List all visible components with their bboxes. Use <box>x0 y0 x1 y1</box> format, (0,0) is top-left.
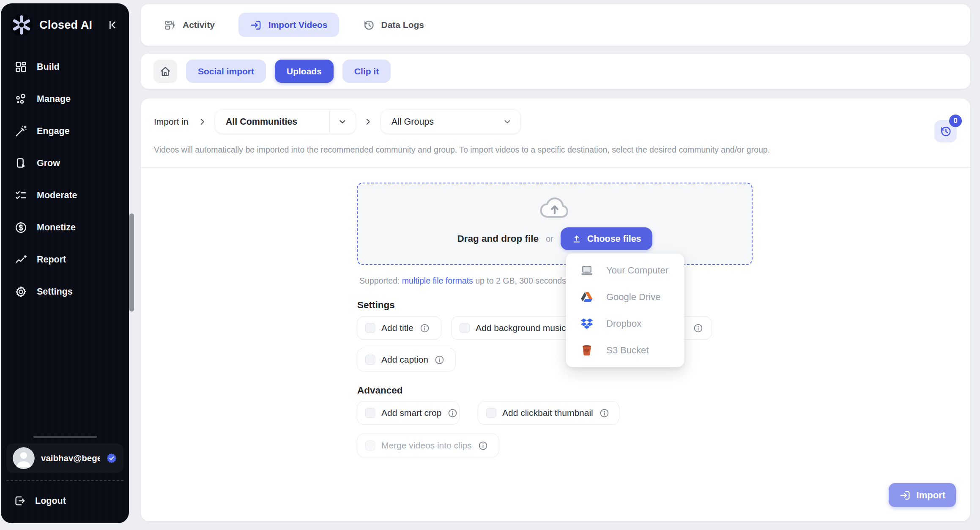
checkbox[interactable] <box>365 408 375 418</box>
tab-data-logs[interactable]: Data Logs <box>363 19 424 31</box>
laptop-icon <box>580 264 594 277</box>
option-label: Add title <box>381 323 413 333</box>
import-destination-bar: Import in All Communities All Groups <box>154 109 521 134</box>
checkbox[interactable] <box>460 323 470 333</box>
home-icon <box>159 65 172 78</box>
menu-item-label: Your Computer <box>606 265 668 276</box>
group-select[interactable]: All Groups <box>381 109 521 134</box>
activity-icon <box>164 19 176 31</box>
supported-prefix: Supported: <box>359 276 400 285</box>
sidebar-item-report[interactable]: Report <box>1 243 129 276</box>
sidebar-item-build[interactable]: Build <box>1 51 129 83</box>
file-dropzone[interactable]: Drag and drop file or Choose files <box>357 183 753 265</box>
info-icon[interactable] <box>447 408 458 418</box>
sidebar-collapse-icon[interactable] <box>106 19 119 31</box>
cloud-upload-icon <box>538 195 572 220</box>
chevron-down-icon <box>494 110 520 134</box>
import-history-button[interactable]: 0 <box>934 120 957 142</box>
choose-files-button[interactable]: Choose files <box>561 227 652 250</box>
scrollbar-thumb[interactable] <box>129 213 134 311</box>
sidebar-header: Closed AI <box>1 3 129 36</box>
info-icon[interactable] <box>599 408 610 418</box>
chevron-right-icon <box>363 117 372 126</box>
user-email: vaibhav@begenu... <box>41 453 100 463</box>
sidebar-nav: Build Manage Engage <box>1 51 129 308</box>
advanced-heading: Advanced <box>357 385 403 396</box>
checkbox[interactable] <box>365 355 375 365</box>
option-add-smart-crop[interactable]: Add smart crop <box>357 401 460 425</box>
option-label: Add clickbait thumbnail <box>502 408 593 418</box>
sidebar-bottom: vaibhav@begenu... Logout <box>1 436 129 521</box>
google-drive-icon <box>580 290 594 304</box>
subtab-social-import[interactable]: Social import <box>186 60 266 83</box>
home-button[interactable] <box>153 60 177 83</box>
option-add-title[interactable]: Add title <box>357 316 441 340</box>
subtab-label: Clip it <box>354 66 379 76</box>
import-button-label: Import <box>917 490 945 501</box>
dropzone-title: Drag and drop file <box>457 233 539 244</box>
info-icon[interactable] <box>478 440 488 451</box>
subtab-clip-it[interactable]: Clip it <box>342 60 391 83</box>
checklist-icon <box>14 189 28 202</box>
option-merge-videos-into-clips[interactable]: Merge videos into clips <box>357 434 499 457</box>
sidebar-item-moderate[interactable]: Moderate <box>1 179 129 211</box>
info-icon[interactable] <box>419 323 430 333</box>
menu-item-your-computer[interactable]: Your Computer <box>566 257 684 284</box>
divider <box>141 167 970 168</box>
menu-item-dropbox[interactable]: Dropbox <box>566 310 684 337</box>
dropzone-row: Drag and drop file or Choose files <box>457 227 652 250</box>
menu-item-s3-bucket[interactable]: S3 Bucket <box>566 337 684 363</box>
import-in-label: Import in <box>154 117 189 127</box>
option-label: Merge videos into clips <box>381 440 472 451</box>
sidebar-item-label: Monetize <box>37 222 76 233</box>
gear-icon <box>14 285 28 299</box>
info-icon[interactable] <box>693 323 704 333</box>
history-icon <box>363 19 375 31</box>
verified-badge-icon <box>106 453 117 464</box>
dollar-circle-icon <box>14 221 28 235</box>
sidebar-item-engage[interactable]: Engage <box>1 115 129 147</box>
sidebar-item-grow[interactable]: Grow <box>1 147 129 179</box>
checkbox[interactable] <box>365 440 375 451</box>
menu-item-google-drive[interactable]: Google Drive <box>566 284 684 310</box>
sidebar-item-manage[interactable]: Manage <box>1 83 129 115</box>
device-play-icon <box>14 156 28 170</box>
history-count-badge: 0 <box>949 115 962 127</box>
import-button[interactable]: Import <box>889 483 956 507</box>
dropzone-or: or <box>546 234 553 244</box>
subtab-uploads[interactable]: Uploads <box>275 60 334 83</box>
menu-item-label: Google Drive <box>606 292 660 303</box>
sidebar-item-label: Build <box>37 62 60 72</box>
choose-files-label: Choose files <box>587 234 641 244</box>
tab-import-videos[interactable]: Import Videos <box>238 13 339 37</box>
subtab-label: Uploads <box>287 66 322 76</box>
file-source-menu: Your Computer Google Drive <box>566 253 684 367</box>
logout-icon <box>14 494 26 507</box>
subnav: Social import Uploads Clip it <box>141 54 970 89</box>
import-icon <box>250 19 262 31</box>
sidebar-item-monetize[interactable]: Monetize <box>1 211 129 243</box>
user-card[interactable]: vaibhav@begenu... <box>6 443 123 473</box>
wand-icon <box>14 124 28 138</box>
option-add-clickbait-thumbnail[interactable]: Add clickbait thumbnail <box>478 401 619 425</box>
history-icon <box>939 125 952 138</box>
menu-item-label: S3 Bucket <box>606 345 649 356</box>
sidebar-item-label: Moderate <box>37 190 77 201</box>
logout-button[interactable]: Logout <box>6 481 123 521</box>
chevron-right-icon <box>197 117 207 126</box>
sidebar: Closed AI Build <box>1 3 129 523</box>
info-icon[interactable] <box>434 355 445 365</box>
option-label: Add caption <box>381 355 428 365</box>
supported-formats-link[interactable]: multiple file formats <box>402 276 473 285</box>
tab-label: Data Logs <box>381 20 424 30</box>
logout-label: Logout <box>35 496 66 506</box>
community-select[interactable]: All Communities <box>215 109 356 134</box>
checkbox[interactable] <box>486 408 496 418</box>
option-label: Add background music <box>476 323 566 333</box>
checkbox[interactable] <box>365 323 375 333</box>
option-add-caption[interactable]: Add caption <box>357 348 456 372</box>
sidebar-item-label: Report <box>37 254 66 265</box>
tab-activity[interactable]: Activity <box>164 19 215 31</box>
sidebar-item-label: Manage <box>37 94 71 104</box>
sidebar-item-settings[interactable]: Settings <box>1 276 129 308</box>
